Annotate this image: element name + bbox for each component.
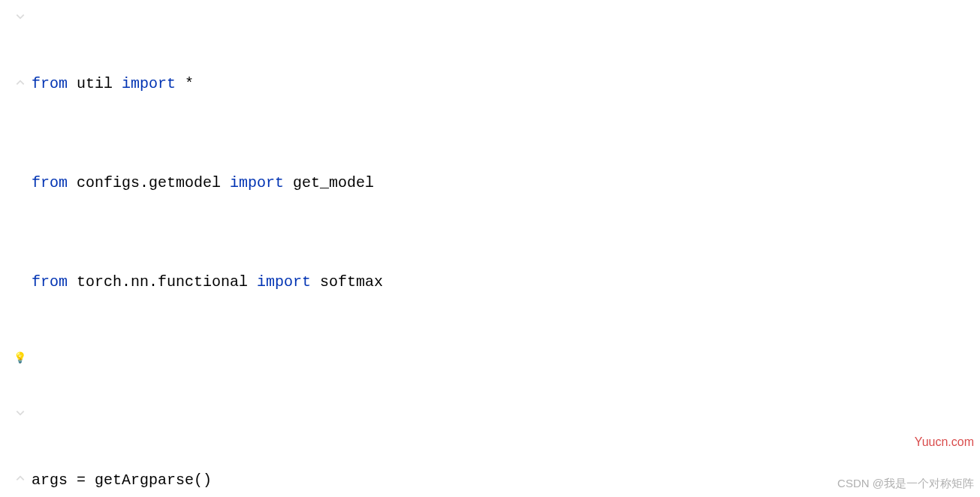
gutter: 💡 bbox=[0, 0, 32, 497]
fold-icon[interactable] bbox=[15, 408, 26, 418]
code-line-blank[interactable] bbox=[32, 365, 980, 398]
fold-icon[interactable] bbox=[15, 11, 26, 22]
code-line[interactable]: from configs.getmodel import get_model bbox=[32, 167, 980, 200]
fold-icon[interactable] bbox=[15, 77, 26, 88]
watermark-csdn: CSDN @我是一个对称矩阵 bbox=[837, 477, 974, 491]
code-line[interactable]: from torch.nn.functional import softmax bbox=[32, 266, 980, 299]
code-line[interactable]: from util import * bbox=[32, 68, 980, 101]
code-area[interactable]: from util import * from configs.getmodel… bbox=[32, 0, 980, 497]
lightbulb-icon[interactable]: 💡 bbox=[14, 351, 26, 364]
code-editor[interactable]: 💡 from util import * from configs.getmod… bbox=[0, 0, 980, 497]
fold-icon[interactable] bbox=[15, 473, 26, 483]
watermark-yuucn: Yuucn.com bbox=[915, 435, 974, 449]
